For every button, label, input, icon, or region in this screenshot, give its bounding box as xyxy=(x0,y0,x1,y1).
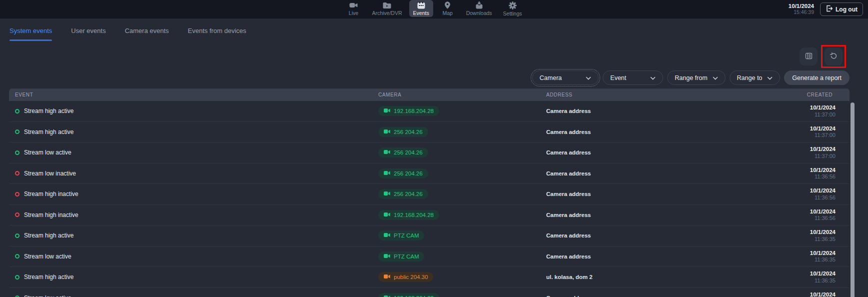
created-date: 10/1/2024 xyxy=(696,146,836,152)
camera-badge[interactable]: 256 204.26 xyxy=(378,189,428,199)
event-name: Stream high active xyxy=(24,128,73,136)
created-timestamp: 10/1/202411:36:35 xyxy=(696,270,850,284)
created-timestamp: 10/1/202411:37:00 xyxy=(696,146,850,160)
created-timestamp: 10/1/202411:36:35 xyxy=(696,228,850,242)
nav-item-settings[interactable]: Settings xyxy=(499,0,526,18)
camera-badge[interactable]: 192.168.204.28 xyxy=(378,210,439,220)
camera-icon xyxy=(384,108,390,114)
camera-icon xyxy=(384,295,390,297)
camera-address: Camera address xyxy=(546,150,696,156)
gear-icon xyxy=(509,2,517,10)
camera-badge[interactable]: PTZ CAM xyxy=(378,230,424,240)
topbar-right-section: 10/1/2024 15:46:39 Log out xyxy=(789,0,863,18)
camera-filter-label: Camera xyxy=(540,74,562,82)
status-active-icon xyxy=(15,275,19,280)
nav-item-label: Settings xyxy=(503,10,522,16)
status-active-icon xyxy=(15,150,19,155)
chevron-down-icon xyxy=(586,74,591,82)
table-row[interactable]: Stream low inactive256 204.26Camera addr… xyxy=(9,164,850,184)
nav-item-label: Live xyxy=(349,10,358,16)
nav-item-live[interactable]: Live xyxy=(342,0,365,17)
camera-address: Camera address xyxy=(546,254,696,260)
event-name: Stream low active xyxy=(24,149,71,156)
event-name: Stream low active xyxy=(24,253,71,260)
nav-item-events[interactable]: Events xyxy=(409,0,433,17)
created-time: 11:37:00 xyxy=(696,112,836,118)
table-row[interactable]: Stream low active256 204.26Camera addres… xyxy=(9,142,850,164)
camera-name: 256 204.26 xyxy=(394,150,423,156)
event-name: Stream high active xyxy=(24,108,73,114)
table-row[interactable]: Stream low active192.168.204.22Camera ad… xyxy=(9,288,850,297)
nav-item-downloads[interactable]: Downloads xyxy=(462,0,496,17)
range-from-label: Range from xyxy=(675,74,707,82)
top-navigation-bar: Live Archive/DVR Events Map Downloads xyxy=(0,0,868,18)
created-timestamp: 10/1/202411:36:56 xyxy=(696,166,850,180)
camera-badge[interactable]: public 204.30 xyxy=(378,272,433,282)
range-to-dropdown[interactable]: Range to xyxy=(730,70,781,85)
created-timestamp: 10/1/202411:37:00 xyxy=(696,125,850,139)
vertical-scrollbar[interactable] xyxy=(851,102,855,297)
table-row[interactable]: Stream high activepublic 204.30ul. kolas… xyxy=(9,267,850,288)
created-timestamp: 10/1/202411:36:56 xyxy=(696,187,850,201)
download-icon xyxy=(475,2,483,9)
camera-badge[interactable]: 256 204.26 xyxy=(378,127,428,137)
table-row[interactable]: Stream high active256 204.26Camera addre… xyxy=(9,122,850,143)
nav-item-map[interactable]: Map xyxy=(436,0,459,17)
nav-item-label: Map xyxy=(442,10,452,16)
created-date: 10/1/2024 xyxy=(696,104,836,111)
logout-button[interactable]: Log out xyxy=(820,2,863,16)
created-date: 10/1/2024 xyxy=(696,270,836,277)
tab-system-events[interactable]: System events xyxy=(9,27,52,41)
status-inactive-icon xyxy=(15,171,19,176)
event-name: Stream high inactive xyxy=(24,212,78,218)
event-tabs: System events User events Camera events … xyxy=(0,18,868,41)
created-time: 11:37:00 xyxy=(696,153,836,160)
tab-camera-events[interactable]: Camera events xyxy=(125,27,169,41)
camera-badge[interactable]: PTZ CAM xyxy=(378,252,424,262)
refresh-button[interactable] xyxy=(825,48,843,66)
event-filter-dropdown[interactable]: Event xyxy=(603,70,663,85)
chevron-down-icon xyxy=(767,74,773,82)
created-date: 10/1/2024 xyxy=(696,291,836,297)
logout-label: Log out xyxy=(836,6,858,13)
camera-name: 192.168.204.28 xyxy=(394,212,434,218)
generate-report-button[interactable]: Generate a report xyxy=(784,70,850,85)
camera-badge[interactable]: 256 204.26 xyxy=(378,168,428,178)
tab-events-from-devices[interactable]: Events from devices xyxy=(188,27,246,41)
table-row[interactable]: Stream high active192.168.204.28Camera a… xyxy=(9,101,850,122)
camera-icon xyxy=(384,254,390,260)
status-inactive-icon xyxy=(15,192,19,196)
table-header-row: EVENT CAMERA ADDRESS CREATED xyxy=(9,88,850,101)
camera-filter-dropdown[interactable]: Camera xyxy=(532,70,599,85)
camera-name: 192.168.204.28 xyxy=(394,108,434,114)
camera-address: Camera address xyxy=(546,170,696,176)
nav-item-label: Archive/DVR xyxy=(372,10,402,16)
table-row[interactable]: Stream high activePTZ CAMCamera address1… xyxy=(9,226,850,246)
table-row[interactable]: Stream low activePTZ CAMCamera address10… xyxy=(9,246,850,268)
camera-icon xyxy=(384,274,390,280)
calendar-icon xyxy=(417,2,425,9)
report-list-button[interactable] xyxy=(800,48,818,66)
camera-address: Camera address xyxy=(546,129,696,135)
camera-badge[interactable]: 256 204.26 xyxy=(378,148,428,158)
nav-item-archive-dvr[interactable]: Archive/DVR xyxy=(368,0,406,17)
event-name: Stream low inactive xyxy=(24,170,76,177)
created-date: 10/1/2024 xyxy=(696,208,836,215)
camera-badge[interactable]: 192.168.204.28 xyxy=(378,106,439,116)
chevron-down-icon xyxy=(713,74,718,82)
logout-icon xyxy=(826,5,833,14)
column-header-camera: CAMERA xyxy=(378,92,546,98)
tab-user-events[interactable]: User events xyxy=(71,27,105,41)
created-date: 10/1/2024 xyxy=(696,166,836,174)
camera-badge[interactable]: 192.168.204.22 xyxy=(378,293,439,297)
status-inactive-icon xyxy=(15,212,19,217)
table-row[interactable]: Stream high inactive192.168.204.28Camera… xyxy=(9,205,850,226)
nav-item-label: Events xyxy=(413,10,429,16)
created-time: 11:36:35 xyxy=(696,278,836,284)
camera-icon xyxy=(384,170,390,176)
table-row[interactable]: Stream high inactive256 204.26Camera add… xyxy=(9,184,850,205)
created-timestamp: 10/1/202411:37:00 xyxy=(696,104,850,118)
range-from-dropdown[interactable]: Range from xyxy=(667,70,725,85)
camera-icon xyxy=(384,212,390,218)
camera-name: 256 204.26 xyxy=(394,170,423,176)
